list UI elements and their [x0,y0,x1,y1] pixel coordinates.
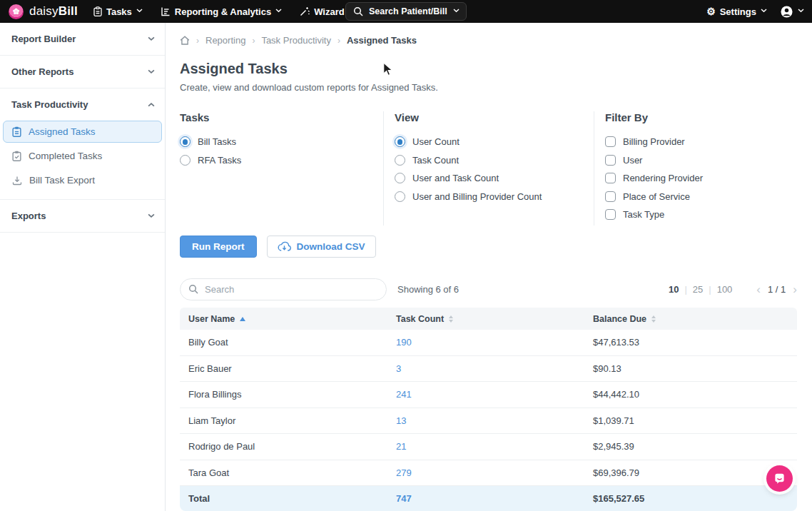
chevron-down-icon [136,9,142,14]
sidebar-item-task-productivity[interactable]: Task Productivity [0,88,165,121]
table-row: Eric Bauer 3 $90.13 [180,356,797,383]
run-report-label: Run Report [192,241,245,252]
home-icon[interactable] [180,36,190,45]
breadcrumb-current: Assigned Tasks [347,35,417,46]
table-row: Billy Goat 190 $47,613.53 [180,330,797,356]
cell-task-count-link[interactable]: 3 [396,363,401,374]
cell-user-name: Rodrigo de Paul [180,441,387,452]
checkbox-icon[interactable] [605,173,616,183]
chevron-down-icon [148,69,153,75]
nav-menu-wizard-label: Wizard [314,6,345,17]
checkbox-icon[interactable] [605,191,616,202]
column-header-task-count[interactable]: Task Count [387,314,584,324]
checkbox-icon[interactable] [605,155,616,166]
checkbox-option-user[interactable]: User [605,151,797,170]
sidebar-item-label: Assigned Tasks [29,126,96,137]
page-size-10[interactable]: 10 [667,284,680,295]
chat-launcher-button[interactable] [766,465,793,492]
cell-task-count-link[interactable]: 21 [396,441,406,452]
radio-label: Bill Tasks [198,136,236,147]
run-report-button[interactable]: Run Report [180,236,257,258]
radio-option-bill-tasks[interactable]: Bill Tasks [180,133,383,151]
radio-option-user-and-billing-provider-count[interactable]: User and Billing Provider Count [395,188,594,206]
cell-user-name: Liam Taylor [180,415,387,426]
chevron-down-icon [798,9,803,14]
sidebar-item-bill-task-export[interactable]: Bill Task Export [3,169,162,191]
cell-balance-due: $1,039.71 [584,415,797,426]
radio-label: User Count [412,136,460,147]
cell-user-name: Tara Goat [180,467,387,478]
breadcrumb-link-reporting[interactable]: Reporting [205,35,245,46]
download-csv-button[interactable]: Download CSV [267,236,376,258]
cell-total-task-count-link[interactable]: 747 [396,493,412,504]
report-options-form: Tasks Bill Tasks RFA Tasks View [180,111,797,226]
pagination-divider: | [709,284,711,295]
radio-selected-icon[interactable] [395,136,405,147]
nav-menu-reporting[interactable]: Reporting & Analytics [161,6,281,17]
sidebar-item-other-reports[interactable]: Other Reports [0,56,165,88]
radio-option-rfa-tasks[interactable]: RFA Tasks [180,151,383,170]
top-nav-bar: ✿ daisyBill Tasks Reporting & Analytics [0,0,812,23]
table-body: Billy Goat 190 $47,613.53 Eric Bauer 3 $… [180,330,797,511]
cell-task-count-link[interactable]: 279 [396,467,412,478]
page-size-25[interactable]: 25 [691,284,704,295]
radio-option-user-count[interactable]: User Count [395,133,594,151]
radio-unselected-icon[interactable] [180,155,191,166]
chevron-down-icon [761,9,766,14]
cell-task-count-link[interactable]: 13 [396,415,406,426]
previous-page-icon[interactable]: ‹ [756,283,761,295]
sidebar-item-assigned-tasks[interactable]: Assigned Tasks [3,121,162,143]
brand-logo[interactable]: ✿ daisyBill [9,4,78,19]
sort-ascending-icon [240,317,245,321]
sidebar-item-exports[interactable]: Exports [0,200,165,232]
cell-task-count-link[interactable]: 241 [396,389,412,400]
column-header-user-name[interactable]: User Name [180,314,387,324]
cell-task-count-link[interactable]: 190 [396,337,412,348]
download-icon [12,176,22,186]
cell-balance-due: $44,442.10 [584,389,797,400]
checkbox-option-place-of-service[interactable]: Place of Service [605,188,797,206]
breadcrumb-link-task-productivity[interactable]: Task Productivity [261,35,331,46]
nav-right-group: ⚙ Settings [706,0,803,23]
page-size-100[interactable]: 100 [716,284,734,295]
app-window: ✿ daisyBill Tasks Reporting & Analytics [0,0,812,511]
checkbox-icon[interactable] [605,209,616,220]
search-icon [353,6,363,16]
checkbox-option-task-type[interactable]: Task Type [605,206,797,224]
filter-column: Filter By Billing Provider User Renderin… [594,111,797,226]
chevron-up-icon [148,102,153,108]
table-search-input[interactable] [180,278,387,300]
checkbox-icon[interactable] [605,136,616,147]
page-title: Assigned Tasks [180,61,797,77]
checkbox-option-billing-provider[interactable]: Billing Provider [605,133,797,151]
checkbox-option-rendering-provider[interactable]: Rendering Provider [605,169,797,188]
radio-unselected-icon[interactable] [395,173,405,183]
radio-option-user-and-task-count[interactable]: User and Task Count [395,169,594,188]
column-header-balance-due[interactable]: Balance Due [584,314,797,324]
radio-unselected-icon[interactable] [395,155,405,166]
showing-count: Showing 6 of 6 [397,284,459,295]
global-search-dropdown[interactable]: Search Patient/Bill [345,2,467,21]
radio-unselected-icon[interactable] [395,191,405,202]
account-menu[interactable] [781,6,803,18]
sort-toggle-icon [651,315,656,323]
radio-label: User and Task Count [412,173,499,183]
brand-bill: Bill [59,4,78,18]
view-heading: View [395,111,594,123]
pagination-divider: | [684,284,686,295]
radio-selected-icon[interactable] [180,136,191,147]
settings-menu[interactable]: ⚙ Settings [706,6,766,17]
sidebar-section-task-productivity: Task Productivity Assigned Tasks Complet… [0,88,165,200]
cloud-download-icon [278,241,291,252]
sidebar-item-completed-tasks[interactable]: Completed Tasks [3,145,162,167]
cell-total-balance-due: $165,527.65 [584,493,797,504]
next-page-icon[interactable]: › [793,283,797,295]
breadcrumb: › Reporting › Task Productivity › Assign… [180,35,797,46]
nav-menu-tasks[interactable]: Tasks [93,6,142,17]
sidebar-item-report-builder[interactable]: Report Builder [0,23,165,55]
cell-balance-due: $47,613.53 [584,337,797,348]
checkbox-label: Place of Service [623,191,690,202]
main-content: › Reporting › Task Productivity › Assign… [166,23,812,511]
sidebar-item-label: Bill Task Export [29,175,95,186]
radio-option-task-count[interactable]: Task Count [395,151,594,170]
